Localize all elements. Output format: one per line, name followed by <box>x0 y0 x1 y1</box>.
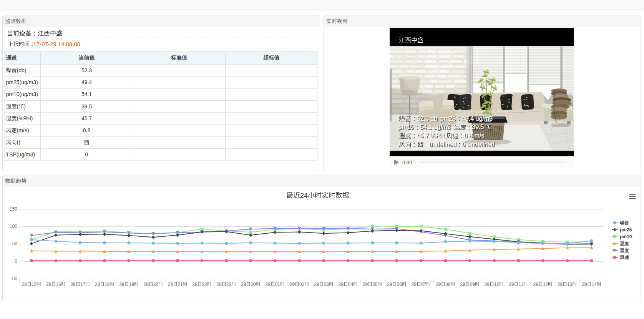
svg-text:(db): (db) <box>17 67 27 73</box>
svg-text:12: 12 <box>543 282 548 287</box>
svg-text:TSP(ug/m3): TSP(ug/m3) <box>6 151 35 158</box>
svg-text:0 undefined: 0 undefined <box>462 141 495 148</box>
svg-text:0: 0 <box>85 151 88 158</box>
svg-text:150: 150 <box>10 206 17 212</box>
svg-text:29: 29 <box>338 282 344 287</box>
svg-text:29: 29 <box>387 282 392 287</box>
svg-text:28: 28 <box>22 282 27 287</box>
svg-text:28: 28 <box>119 282 124 287</box>
svg-text:29: 29 <box>241 282 246 287</box>
svg-text:28: 28 <box>46 282 51 287</box>
svg-text:50: 50 <box>12 241 18 246</box>
svg-text:19: 19 <box>129 282 134 287</box>
svg-text:23: 23 <box>226 282 232 287</box>
svg-text:49.4 ug/m3: 49.4 ug/m3 <box>462 115 493 122</box>
svg-text:(): () <box>17 139 20 145</box>
svg-text:00: 00 <box>251 282 256 287</box>
svg-text:24: 24 <box>300 192 308 199</box>
svg-text:13: 13 <box>567 282 573 287</box>
svg-text:54.1 ug/m3: 54.1 ug/m3 <box>420 124 451 130</box>
svg-text:14: 14 <box>592 282 597 287</box>
svg-text:29: 29 <box>290 282 295 287</box>
svg-text:45.7: 45.7 <box>81 115 92 121</box>
svg-text:10: 10 <box>494 282 500 287</box>
svg-text:02: 02 <box>299 282 305 287</box>
svg-text:29: 29 <box>533 282 538 287</box>
svg-text:pm25: pm25 <box>440 115 456 122</box>
svg-text:28: 28 <box>70 282 76 287</box>
svg-text:52.3 db: 52.3 db <box>417 115 437 122</box>
svg-text:29: 29 <box>412 282 417 287</box>
svg-text:05: 05 <box>372 282 378 287</box>
svg-text:-50: -50 <box>11 276 18 281</box>
svg-text:28: 28 <box>95 282 100 287</box>
svg-text:11: 11 <box>518 282 523 287</box>
svg-text:54.1: 54.1 <box>81 91 92 97</box>
svg-text:100: 100 <box>10 224 17 229</box>
svg-text:0:00: 0:00 <box>402 160 412 165</box>
svg-text:29: 29 <box>485 282 490 287</box>
svg-text:07: 07 <box>421 282 427 287</box>
svg-text:15: 15 <box>32 282 37 287</box>
svg-text:06: 06 <box>397 282 402 287</box>
svg-text:0.8 m/s: 0.8 m/s <box>464 132 484 139</box>
svg-text:22: 22 <box>202 282 207 287</box>
svg-text:39.5: 39.5 <box>472 124 484 130</box>
svg-text:08: 08 <box>445 282 451 287</box>
svg-text:pm10(ug/m3): pm10(ug/m3) <box>6 91 38 97</box>
svg-text:29: 29 <box>265 282 271 287</box>
svg-text:29: 29 <box>314 282 319 287</box>
svg-text:29: 29 <box>582 282 587 287</box>
svg-text:04: 04 <box>348 282 354 287</box>
svg-text:(m/s): (m/s) <box>17 127 29 133</box>
svg-text:09: 09 <box>470 282 475 287</box>
svg-text:17-07-29 14:08:00: 17-07-29 14:08:00 <box>33 41 81 47</box>
svg-text:pm25(ug/m3): pm25(ug/m3) <box>6 79 38 85</box>
svg-text:18: 18 <box>105 282 110 287</box>
svg-text:17: 17 <box>80 282 86 287</box>
svg-text:28: 28 <box>144 282 149 287</box>
svg-text:03: 03 <box>324 282 329 287</box>
svg-text:52.3: 52.3 <box>81 67 92 73</box>
svg-text:(: ( <box>17 103 19 110</box>
svg-text:21: 21 <box>178 282 183 287</box>
svg-text:pm10: pm10 <box>398 124 414 130</box>
svg-text:29: 29 <box>436 282 441 287</box>
svg-text:39.5: 39.5 <box>81 103 92 110</box>
svg-text:29: 29 <box>509 282 514 287</box>
svg-text:28: 28 <box>192 282 198 287</box>
svg-text:49.4: 49.4 <box>81 79 92 85</box>
svg-text:pm10: pm10 <box>620 234 632 239</box>
svg-text:20: 20 <box>153 282 159 287</box>
svg-text:undefined: undefined <box>429 141 456 148</box>
svg-text:28: 28 <box>168 282 173 287</box>
svg-text:16: 16 <box>56 282 61 287</box>
svg-text:0: 0 <box>15 259 17 264</box>
svg-text:29: 29 <box>363 282 368 287</box>
svg-text:0.8: 0.8 <box>83 127 91 133</box>
svg-text:45.7 %RH: 45.7 %RH <box>417 132 445 139</box>
svg-text:01: 01 <box>275 282 281 287</box>
svg-text:): ) <box>24 103 26 110</box>
svg-text:29: 29 <box>558 282 563 287</box>
svg-text:28: 28 <box>217 282 222 287</box>
svg-text:(%RH): (%RH) <box>17 115 33 121</box>
svg-text:pm25: pm25 <box>620 227 632 233</box>
svg-text:29: 29 <box>460 282 465 287</box>
